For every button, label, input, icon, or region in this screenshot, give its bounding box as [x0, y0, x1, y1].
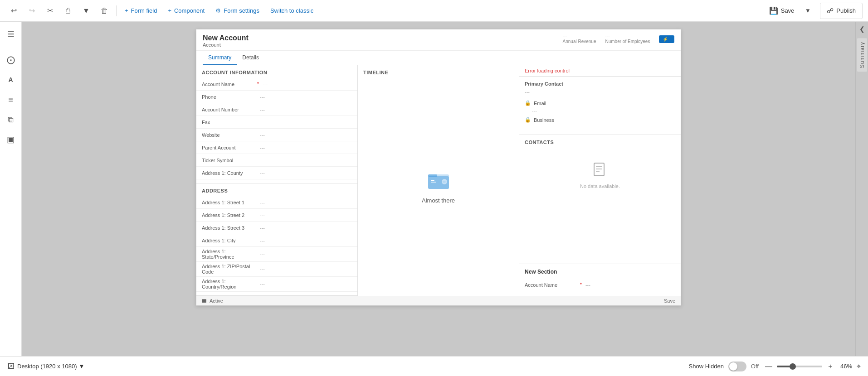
email-field-row: 🔒 Email — [525, 98, 675, 108]
undo-button[interactable]: ↩ — [5, 3, 22, 19]
form-title: New Account — [203, 34, 249, 42]
email-label: Email — [534, 101, 546, 106]
sidebar-menu-icon[interactable]: ☰ — [2, 25, 20, 43]
left-sidebar: ☰ ⨀ A ≡ ⧉ ▣ — [0, 22, 22, 376]
plus-icon-2: + — [168, 7, 171, 14]
svg-rect-2 — [428, 174, 437, 177]
svg-rect-4 — [431, 182, 436, 183]
contact-section: Primary Contact --- 🔒 Email --- 🔒 Busine… — [519, 77, 681, 135]
sidebar-list-icon[interactable]: ≡ — [2, 91, 20, 109]
field-street1: Address 1: Street 1 --- — [196, 196, 357, 209]
error-bar: Error loading control — [519, 65, 681, 77]
monitor-icon: 🖼 — [7, 362, 15, 371]
redo-button[interactable]: ↪ — [24, 3, 40, 19]
lock-icon-email: 🔒 — [525, 100, 531, 106]
zoom-slider-thumb — [790, 363, 796, 370]
svg-rect-3 — [431, 180, 434, 181]
sidebar-grid-icon[interactable]: ⨀ — [2, 51, 20, 69]
form-settings-button[interactable]: ⚙ Form settings — [211, 3, 264, 19]
save-icon: 💾 — [769, 6, 778, 15]
canvas-wrapper: New Account Account --- Annual Revenue -… — [196, 29, 681, 306]
footer-left: 🖼 Desktop (1920 x 1080) ▼ — [7, 362, 84, 371]
delete-button[interactable]: 🗑 — [96, 3, 112, 19]
publish-button[interactable]: ☍ Publish — [820, 3, 863, 19]
sidebar-text-icon[interactable]: A — [2, 71, 20, 89]
collapse-arrow[interactable]: ❮ — [859, 25, 865, 33]
off-label: Off — [751, 363, 759, 370]
desktop-dropdown-icon[interactable]: ▼ — [79, 363, 85, 370]
divider-1 — [116, 5, 117, 16]
location-icon[interactable]: ⌖ — [857, 362, 861, 371]
sidebar-copy-icon[interactable]: ▣ — [2, 130, 20, 149]
right-sidebar: ❮ Summary — [855, 22, 868, 376]
field-account-name: Account Name * --- — [196, 78, 357, 91]
zoom-slider[interactable] — [777, 366, 822, 367]
metric-annual-revenue: --- Annual Revenue — [563, 34, 596, 44]
field-zip: Address 1: ZIP/Postal Code --- — [196, 262, 357, 277]
form-header-top: New Account Account --- Annual Revenue -… — [203, 34, 674, 48]
desktop-label: Desktop (1920 x 1080) ▼ — [17, 363, 84, 370]
field-website: Website --- — [196, 129, 357, 141]
zoom-slider-fill — [777, 366, 790, 367]
canvas-status: ⯀ Active — [202, 298, 223, 304]
main-layout: ☰ ⨀ A ≡ ⧉ ▣ New Account Account — [0, 22, 868, 376]
right-column: Error loading control Primary Contact --… — [519, 65, 681, 296]
new-section: New Section Account Name * --- — [519, 264, 681, 296]
svg-rect-7 — [594, 163, 604, 176]
switch-classic-button[interactable]: Switch to classic — [266, 3, 318, 19]
toolbar: ↩ ↪ ✂ ⎙ ▼ 🗑 + Form field + Component ⚙ F… — [0, 0, 868, 22]
account-info-section: ACCOUNT INFORMATION Account Name * --- P… — [196, 65, 357, 183]
status-label: Active — [210, 298, 223, 304]
toolbar-right: 💾 Save ▼ ☍ Publish — [763, 3, 863, 19]
plus-icon-1: + — [125, 7, 128, 14]
new-section-title: New Section — [525, 269, 675, 275]
address-header: ADDRESS — [196, 183, 357, 196]
field-city: Address 1: City --- — [196, 234, 357, 247]
timeline-header: Timeline — [358, 65, 519, 78]
form-body: ACCOUNT INFORMATION Account Name * --- P… — [196, 65, 681, 296]
save-button[interactable]: 💾 Save — [763, 3, 801, 19]
right-sidebar-label[interactable]: Summary — [857, 38, 867, 72]
zoom-minus-button[interactable]: — — [763, 362, 774, 371]
field-address-county: Address 1: County --- — [196, 167, 357, 179]
svg-text:···: ··· — [443, 180, 447, 184]
field-street3: Address 1: Street 3 --- — [196, 222, 357, 234]
field-street2: Address 1: Street 2 --- — [196, 209, 357, 222]
form-header-metrics: --- Annual Revenue --- Number of Employe… — [563, 34, 674, 44]
primary-contact-label: Primary Contact — [525, 81, 675, 87]
zoom-percent: 46% — [840, 363, 852, 370]
no-data-text: No data available. — [580, 183, 620, 189]
show-hidden-toggle[interactable] — [728, 362, 746, 371]
canvas-area: New Account Account --- Annual Revenue -… — [22, 22, 855, 376]
copy-button[interactable]: ⎙ — [60, 3, 76, 19]
canvas-bottom: ⯀ Active Save — [196, 296, 681, 305]
sidebar-layers-icon[interactable]: ⧉ — [2, 111, 20, 129]
form-header: New Account Account --- Annual Revenue -… — [196, 29, 681, 51]
no-data-area: No data available. — [525, 149, 675, 202]
canvas-save: Save — [664, 298, 675, 304]
business-field-row: 🔒 Business — [525, 115, 675, 125]
business-value: --- — [525, 125, 675, 130]
tab-summary[interactable]: Summary — [203, 51, 237, 65]
field-country: Address 1: Country/Region --- — [196, 277, 357, 292]
field-account-number: Account Number --- — [196, 103, 357, 116]
primary-contact-value: --- — [525, 89, 675, 95]
field-phone: Phone --- — [196, 91, 357, 103]
field-state: Address 1: State/Province --- — [196, 247, 357, 262]
form-tabs: Summary Details — [196, 51, 681, 65]
component-button[interactable]: + Component — [163, 3, 209, 19]
form-subtitle: Account — [203, 42, 249, 48]
middle-column: Timeline — [358, 65, 519, 296]
tab-details[interactable]: Details — [237, 51, 264, 65]
form-field-button[interactable]: + Form field — [120, 3, 161, 19]
metric-action-button[interactable]: ⚡ — [659, 35, 674, 43]
zoom-plus-button[interactable]: + — [825, 362, 836, 371]
save-dropdown-button[interactable]: ▼ — [801, 3, 814, 19]
cut-button[interactable]: ✂ — [42, 3, 58, 19]
timeline-label: Almost there — [422, 197, 455, 204]
status-icon: ⯀ — [202, 298, 207, 304]
contacts-header: CONTACTS — [525, 140, 675, 145]
zoom-controls: — + — [763, 362, 836, 371]
settings-icon: ⚙ — [215, 7, 221, 14]
dropdown-button[interactable]: ▼ — [78, 3, 94, 19]
